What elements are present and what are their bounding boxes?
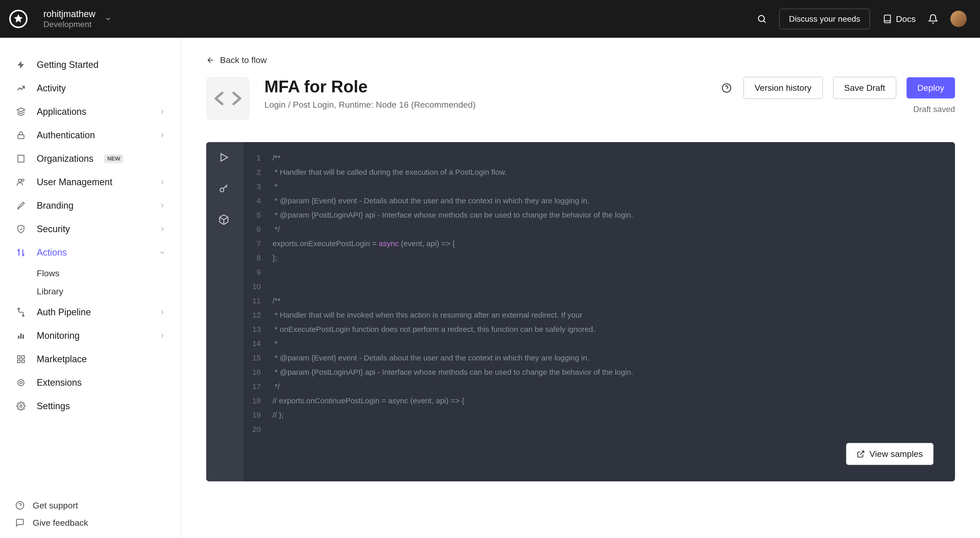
svg-point-10	[22, 179, 24, 181]
svg-rect-14	[20, 333, 22, 339]
sidebar-item-label: Authentication	[37, 130, 95, 141]
svg-point-29	[220, 188, 224, 192]
bars-icon	[15, 330, 27, 342]
sidebar: Getting StartedActivityApplicationsAuthe…	[0, 38, 181, 538]
users-icon	[15, 176, 27, 188]
sidebar-item-security[interactable]: Security	[0, 217, 181, 241]
topbar: rohitjmathew Development Discuss your ne…	[0, 0, 980, 38]
svg-point-22	[20, 405, 22, 407]
chevron-right-icon	[159, 108, 166, 115]
sidebar-item-getting-started[interactable]: Getting Started	[0, 53, 181, 76]
svg-rect-3	[18, 135, 24, 139]
get-support-link[interactable]: Get support	[15, 500, 166, 511]
brand-logo[interactable]	[9, 10, 27, 28]
code-area[interactable]: 1234567891011121314151617181920 /** * Ha…	[243, 142, 955, 481]
sidebar-item-label: Getting Started	[37, 59, 99, 70]
gear-icon	[15, 400, 27, 412]
sidebar-item-monitoring[interactable]: Monitoring	[0, 324, 181, 348]
svg-marker-28	[221, 154, 228, 161]
sidebar-item-label: Actions	[37, 247, 67, 258]
sidebar-item-label: Organizations	[37, 153, 94, 164]
draft-status: Draft saved	[913, 105, 955, 114]
sidebar-item-user-management[interactable]: User Management	[0, 170, 181, 194]
sidebar-item-authentication[interactable]: Authentication	[0, 124, 181, 147]
help-circle-icon[interactable]	[721, 83, 732, 93]
book-icon	[882, 14, 892, 24]
version-history-button[interactable]: Version history	[743, 77, 823, 99]
sidebar-item-label: User Management	[37, 177, 112, 187]
sidebar-item-label: Applications	[37, 106, 86, 117]
chevron-right-icon	[159, 132, 166, 139]
svg-rect-17	[22, 356, 24, 359]
tenant-switcher[interactable]: rohitjmathew Development	[27, 8, 112, 29]
sidebar-item-branding[interactable]: Branding	[0, 194, 181, 217]
deploy-button[interactable]: Deploy	[907, 77, 955, 98]
sidebar-item-label: Marketplace	[37, 354, 87, 365]
page-title: MFA for Role	[264, 77, 476, 96]
main-content: Back to flow MFA for Role Login / Post L…	[181, 38, 980, 538]
view-samples-label: View samples	[870, 449, 923, 459]
shield-icon	[15, 223, 27, 235]
sidebar-item-label: Extensions	[37, 377, 82, 388]
svg-line-31	[226, 186, 227, 188]
chevron-right-icon	[159, 309, 166, 316]
avatar[interactable]	[950, 11, 967, 27]
action-type-icon	[206, 77, 250, 120]
sidebar-item-extensions[interactable]: Extensions	[0, 371, 181, 394]
save-draft-button[interactable]: Save Draft	[833, 77, 897, 99]
svg-point-0	[759, 16, 764, 21]
key-icon[interactable]	[218, 183, 231, 196]
view-samples-button[interactable]: View samples	[846, 443, 934, 465]
code-content[interactable]: /** * Handler that will be called during…	[266, 151, 955, 481]
help-icon	[15, 500, 25, 511]
activity-icon	[15, 82, 27, 94]
line-gutter: 1234567891011121314151617181920	[243, 151, 266, 481]
sidebar-item-applications[interactable]: Applications	[0, 100, 181, 124]
page-subtitle: Login / Post Login, Runtime: Node 16 (Re…	[264, 100, 476, 110]
sidebar-item-actions[interactable]: Actions	[0, 241, 181, 264]
search-icon[interactable]	[757, 14, 767, 24]
sidebar-item-label: Activity	[37, 83, 66, 94]
chevron-right-icon	[159, 225, 166, 233]
sidebar-subitem-flows[interactable]: Flows	[0, 264, 181, 282]
svg-rect-16	[18, 356, 21, 359]
discuss-needs-button[interactable]: Discuss your needs	[779, 9, 870, 29]
chevron-down-icon	[159, 249, 166, 256]
arrows-icon	[15, 246, 27, 259]
sidebar-item-auth-pipeline[interactable]: Auth Pipeline	[0, 300, 181, 324]
svg-line-33	[860, 451, 864, 455]
sidebar-item-label: Branding	[37, 200, 73, 211]
editor-rail	[206, 142, 243, 481]
svg-rect-4	[18, 156, 24, 162]
package-icon[interactable]	[218, 214, 231, 227]
stack-icon	[15, 106, 27, 118]
grid-icon	[15, 353, 27, 365]
svg-rect-13	[18, 336, 19, 339]
chevron-down-icon	[105, 15, 112, 22]
lock-icon	[15, 129, 27, 141]
sidebar-subitem-library[interactable]: Library	[0, 282, 181, 300]
new-badge: NEW	[104, 154, 123, 163]
docs-label: Docs	[896, 14, 916, 24]
bell-icon[interactable]	[928, 14, 938, 24]
brush-icon	[15, 200, 27, 212]
svg-point-9	[18, 179, 21, 182]
sidebar-item-label: Auth Pipeline	[37, 307, 91, 317]
docs-link[interactable]: Docs	[882, 14, 916, 24]
give-feedback-link[interactable]: Give feedback	[15, 517, 166, 528]
svg-marker-2	[17, 108, 25, 112]
sidebar-item-organizations[interactable]: OrganizationsNEW	[0, 147, 181, 170]
sidebar-item-activity[interactable]: Activity	[0, 76, 181, 100]
svg-rect-18	[18, 360, 21, 363]
svg-rect-15	[22, 335, 24, 339]
pipeline-icon	[15, 306, 27, 318]
tenant-env: Development	[43, 19, 95, 29]
svg-point-20	[20, 382, 22, 384]
sidebar-item-settings[interactable]: Settings	[0, 394, 181, 418]
run-icon[interactable]	[218, 152, 231, 165]
bolt-icon	[15, 59, 27, 71]
get-support-label: Get support	[33, 500, 78, 511]
svg-rect-19	[22, 360, 24, 363]
back-to-flow-link[interactable]: Back to flow	[206, 55, 955, 65]
sidebar-item-marketplace[interactable]: Marketplace	[0, 348, 181, 371]
